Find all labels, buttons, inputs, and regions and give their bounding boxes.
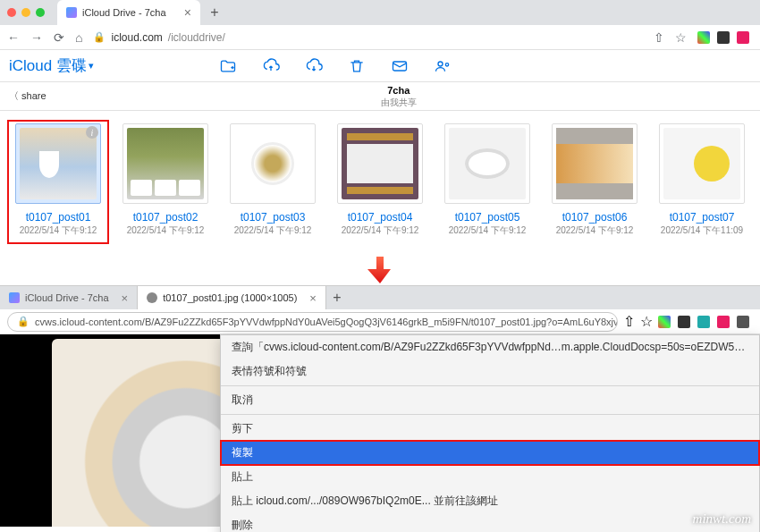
minimize-window-button[interactable] [21, 8, 30, 17]
context-menu-item[interactable]: 刪除 [221, 513, 759, 532]
extension-icon[interactable] [697, 316, 710, 328]
svg-point-1 [438, 62, 443, 66]
file-thumbnail [337, 123, 423, 204]
maximize-window-button[interactable] [36, 8, 45, 17]
browser-tab[interactable]: iCloud Drive - 7cha × [57, 0, 200, 25]
share-icon[interactable]: ⇧ [623, 313, 635, 330]
file-date: 2022/5/14 下午9:12 [449, 224, 527, 237]
folder-header: 7cha 由我共享 [46, 84, 751, 108]
file-date: 2022/5/14 下午9:12 [556, 224, 634, 237]
icloud-action-buttons [219, 57, 452, 75]
context-menu: 查詢「cvws.icloud-content.com/B/AZ9Fu2ZZkd6… [220, 334, 760, 532]
share-icon[interactable]: ⇧ [654, 30, 664, 45]
context-menu-item[interactable]: 查詢「cvws.icloud-content.com/B/AZ9Fu2ZZkd6… [221, 335, 759, 359]
bookmark-icon[interactable]: ☆ [675, 30, 687, 45]
breadcrumb-bar: 〈 share 7cha 由我共享 [0, 81, 760, 111]
menu-separator [221, 414, 759, 415]
context-menu-item[interactable]: 取消 [221, 388, 759, 412]
arrow-indicator-icon [0, 257, 760, 283]
bottom-tab-strip: iCloud Drive - 7cha × t0107_post01.jpg (… [0, 286, 760, 309]
file-date: 2022/5/14 下午9:12 [20, 224, 97, 237]
file-date: 2022/5/14 下午9:12 [342, 224, 419, 237]
new-tab-button[interactable]: + [204, 4, 225, 21]
lock-icon: 🔒 [93, 31, 106, 43]
file-name: t0107_post02 [133, 211, 198, 224]
top-tab-strip: iCloud Drive - 7cha × + [0, 0, 760, 25]
file-thumbnail: i [15, 123, 101, 204]
file-item[interactable]: it0107_post012022/5/14 下午9:12 [11, 123, 106, 241]
file-thumbnail [230, 123, 316, 204]
icloud-brand-label: iCloud 雲碟 [9, 55, 87, 76]
folder-name: 7cha [46, 84, 751, 97]
file-name: t0107_post04 [348, 211, 413, 224]
context-menu-item[interactable]: 貼上 icloud.com/.../089OW967bIQ2m0E... 並前往… [221, 489, 759, 513]
extension-icons [658, 316, 749, 328]
file-thumbnail [122, 123, 208, 204]
extension-icons [697, 31, 749, 44]
extension-icon[interactable] [697, 31, 710, 44]
file-thumbnail [552, 123, 638, 204]
context-menu-item[interactable]: 複製 [221, 441, 759, 465]
extension-icon[interactable] [737, 31, 749, 44]
home-icon[interactable]: ⌂ [75, 30, 82, 45]
bottom-content: 查詢「cvws.icloud-content.com/B/AZ9Fu2ZZkd6… [0, 334, 760, 527]
file-date: 2022/5/14 下午9:12 [234, 224, 312, 237]
file-item[interactable]: t0107_post042022/5/14 下午9:12 [333, 123, 427, 241]
back-icon[interactable]: ← [7, 30, 20, 45]
file-item[interactable]: t0107_post032022/5/14 下午9:12 [225, 123, 320, 241]
upload-icon[interactable] [262, 57, 280, 75]
top-address-bar: ← → ⟳ ⌂ 🔒 icloud.com/iclouddrive/ ⇧ ☆ [0, 25, 760, 50]
svg-point-2 [445, 63, 448, 65]
tab-close-icon[interactable]: × [122, 291, 129, 305]
chevron-down-icon: ▾ [89, 60, 94, 72]
context-menu-item[interactable]: 表情符號和符號 [221, 359, 759, 384]
url-input[interactable]: 🔒 cvws.icloud-content.com/B/AZ9Fu2ZZkd65… [7, 312, 618, 332]
image-preview [52, 339, 220, 527]
tab-close-icon[interactable]: × [184, 5, 191, 20]
file-item[interactable]: t0107_post072022/5/14 下午11:09 [654, 123, 749, 241]
tab-close-icon[interactable]: × [309, 291, 317, 305]
extension-icon[interactable] [717, 316, 730, 328]
context-menu-item[interactable]: 剪下 [221, 417, 759, 441]
context-menu-item[interactable]: 貼上 [221, 465, 759, 489]
bottom-address-bar: 🔒 cvws.icloud-content.com/B/AZ9Fu2ZZkd65… [0, 309, 760, 334]
file-item[interactable]: t0107_post022022/5/14 下午9:12 [118, 123, 213, 241]
url-path: /iclouddrive/ [168, 31, 225, 44]
file-favicon-icon [147, 292, 157, 303]
extension-icon[interactable] [717, 31, 730, 44]
icloud-toolbar: iCloud 雲碟 ▾ [0, 50, 760, 81]
forward-icon[interactable]: → [30, 30, 43, 45]
tab-title: iCloud Drive - 7cha [82, 7, 166, 18]
file-name: t0107_post03 [241, 211, 306, 224]
icloud-favicon-icon [66, 7, 77, 18]
reload-icon[interactable]: ⟳ [54, 30, 64, 45]
file-name: t0107_post06 [562, 211, 628, 224]
image-viewer[interactable] [0, 334, 220, 527]
file-name: t0107_post07 [670, 211, 735, 224]
file-item[interactable]: t0107_post062022/5/14 下午9:12 [547, 123, 642, 241]
download-icon[interactable] [305, 57, 323, 75]
share-people-icon[interactable] [434, 57, 452, 75]
icloud-drive-dropdown[interactable]: iCloud 雲碟 ▾ [9, 55, 94, 76]
trash-icon[interactable] [348, 57, 366, 75]
file-name: t0107_post05 [455, 211, 520, 224]
extension-icon[interactable] [737, 316, 749, 328]
bookmark-icon[interactable]: ☆ [640, 313, 653, 330]
browser-tab[interactable]: t0107_post01.jpg (1000×1005) × [138, 286, 326, 309]
browser-tab[interactable]: iCloud Drive - 7cha × [0, 286, 138, 309]
watermark: minwt.com [693, 511, 751, 527]
back-to-share[interactable]: 〈 share [9, 89, 46, 103]
mail-icon[interactable] [391, 57, 409, 75]
tab-title: iCloud Drive - 7cha [25, 292, 109, 303]
extension-icon[interactable] [658, 316, 671, 328]
file-item[interactable]: t0107_post052022/5/14 下午9:12 [440, 123, 535, 241]
window-controls [7, 8, 45, 17]
file-thumbnail [444, 123, 530, 204]
close-window-button[interactable] [7, 8, 16, 17]
lock-icon: 🔒 [17, 316, 30, 327]
new-folder-icon[interactable] [219, 57, 237, 75]
svg-rect-0 [393, 62, 406, 71]
new-tab-button[interactable]: + [326, 290, 348, 306]
url-input[interactable]: 🔒 icloud.com/iclouddrive/ [93, 31, 643, 44]
extension-icon[interactable] [678, 316, 690, 328]
